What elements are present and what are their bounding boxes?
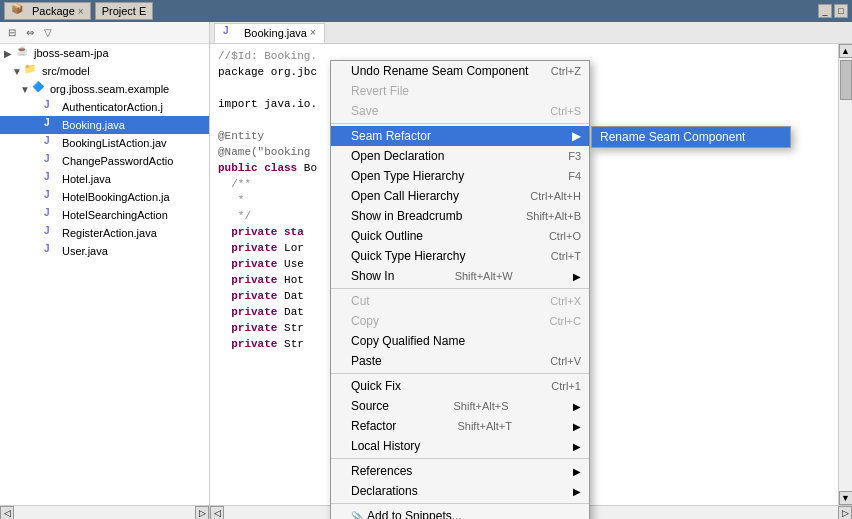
editor-tab-booking[interactable]: J Booking.java × xyxy=(214,23,325,43)
menu-item-open-type-hierarchy[interactable]: Open Type Hierarchy F4 xyxy=(331,166,589,186)
tree-arrow xyxy=(32,210,44,221)
vscroll-thumb[interactable] xyxy=(840,60,852,100)
tree-item-jboss[interactable]: ▶ ☕ jboss-seam-jpa xyxy=(0,44,209,62)
title-bar: 📦 Package × Project E _ □ xyxy=(0,0,852,22)
package-icon: 📦 xyxy=(11,3,27,19)
java-icon: J xyxy=(44,171,60,187)
menu-item-refactor[interactable]: Refactor Shift+Alt+T ▶ xyxy=(331,416,589,436)
tree-arrow xyxy=(32,156,44,167)
view-menu-button[interactable]: ▽ xyxy=(40,25,56,41)
tree-arrow: ▼ xyxy=(20,84,32,95)
package-tab-label: Package xyxy=(32,5,75,17)
submenu-arrow-icon: ▶ xyxy=(573,486,581,497)
java-icon: J xyxy=(44,207,60,223)
tree-arrow xyxy=(32,102,44,113)
java-icon: J xyxy=(44,135,60,151)
left-panel: ⊟ ⇔ ▽ ▶ ☕ jboss-seam-jpa ▼ 📁 src/model xyxy=(0,22,210,519)
submenu-arrow-icon: ▶ xyxy=(573,466,581,477)
tree-label: org.jboss.seam.example xyxy=(50,83,169,95)
snippets-icon: 📎 xyxy=(351,511,363,520)
package-icon: 🔷 xyxy=(32,81,48,97)
menu-item-label: Declarations xyxy=(351,484,418,498)
java-file-icon: J xyxy=(223,25,239,41)
menu-item-quick-outline[interactable]: Quick Outline Ctrl+O xyxy=(331,226,589,246)
tree-label: src/model xyxy=(42,65,90,77)
menu-item-label: Copy xyxy=(351,314,379,328)
submenu-arrow-icon: ▶ xyxy=(573,421,581,432)
tree-item-org[interactable]: ▼ 🔷 org.jboss.seam.example xyxy=(0,80,209,98)
project-tab-label: Project E xyxy=(102,5,147,17)
menu-item-shortcut: Ctrl+C xyxy=(550,315,581,327)
menu-item-show-breadcrumb[interactable]: Show in Breadcrumb Shift+Alt+B xyxy=(331,206,589,226)
tree-item-bookinglist[interactable]: J BookingListAction.jav xyxy=(0,134,209,152)
menu-item-declarations[interactable]: Declarations ▶ xyxy=(331,481,589,501)
vscroll-up-button[interactable]: ▲ xyxy=(839,44,853,58)
seam-refactor-submenu: Rename Seam Component xyxy=(591,126,791,148)
tree-label: BookingListAction.jav xyxy=(62,137,167,149)
tree-item-hotelsearch[interactable]: J HotelSearchingAction xyxy=(0,206,209,224)
tree-label: Booking.java xyxy=(62,119,125,131)
hscroll-left-button[interactable]: ◁ xyxy=(0,506,14,520)
hscroll-editor-left-button[interactable]: ◁ xyxy=(210,506,224,519)
menu-item-seam-refactor[interactable]: Seam Refactor ▶ Rename Seam Component xyxy=(331,126,589,146)
menu-item-shortcut: F4 xyxy=(568,170,581,182)
menu-item-label: Show in Breadcrumb xyxy=(351,209,462,223)
menu-item-open-declaration[interactable]: Open Declaration F3 xyxy=(331,146,589,166)
submenu-arrow-icon: ▶ xyxy=(572,129,581,143)
menu-item-shortcut: Shift+Alt+T xyxy=(457,420,511,432)
menu-item-paste[interactable]: Paste Ctrl+V xyxy=(331,351,589,371)
package-tab[interactable]: 📦 Package × xyxy=(4,2,91,20)
separator xyxy=(331,123,589,124)
hscroll-right-button[interactable]: ▷ xyxy=(195,506,209,520)
menu-item-show-in[interactable]: Show In Shift+Alt+W ▶ xyxy=(331,266,589,286)
tree-arrow xyxy=(32,174,44,185)
package-icon: ☕ xyxy=(16,45,32,61)
menu-item-quick-type-hierarchy[interactable]: Quick Type Hierarchy Ctrl+T xyxy=(331,246,589,266)
menu-item-label: Cut xyxy=(351,294,370,308)
tree-item-auth[interactable]: J AuthenticatorAction.j xyxy=(0,98,209,116)
minimize-button[interactable]: _ xyxy=(818,4,832,18)
separator xyxy=(331,373,589,374)
menu-item-label: Local History xyxy=(351,439,420,453)
vscroll-down-button[interactable]: ▼ xyxy=(839,491,853,505)
menu-item-label: Copy Qualified Name xyxy=(351,334,465,348)
java-icon: J xyxy=(44,225,60,241)
main-window: 📦 Package × Project E _ □ ⊟ ⇔ ▽ xyxy=(0,0,852,519)
tree-item-hotelbooking[interactable]: J HotelBookingAction.ja xyxy=(0,188,209,206)
tree-arrow xyxy=(32,228,44,239)
tree-item-hotel[interactable]: J Hotel.java xyxy=(0,170,209,188)
menu-item-shortcut: Ctrl+O xyxy=(549,230,581,242)
hscroll-editor-right-button[interactable]: ▷ xyxy=(838,506,852,519)
project-tab[interactable]: Project E xyxy=(95,2,154,20)
hscrollbar-left: ◁ ▷ xyxy=(0,505,209,519)
menu-item-open-call-hierarchy[interactable]: Open Call Hierarchy Ctrl+Alt+H xyxy=(331,186,589,206)
editor-tab-label: Booking.java xyxy=(244,27,307,39)
context-menu: Undo Rename Seam Component Ctrl+Z Revert… xyxy=(330,60,590,519)
menu-item-copy-qualified[interactable]: Copy Qualified Name xyxy=(331,331,589,351)
menu-item-source[interactable]: Source Shift+Alt+S ▶ xyxy=(331,396,589,416)
menu-item-label: References xyxy=(351,464,412,478)
collapse-all-button[interactable]: ⊟ xyxy=(4,25,20,41)
tree-item-register[interactable]: J RegisterAction.java xyxy=(0,224,209,242)
menu-item-label: Refactor xyxy=(351,419,396,433)
menu-item-quick-fix[interactable]: Quick Fix Ctrl+1 xyxy=(331,376,589,396)
tree-item-booking[interactable]: J Booking.java xyxy=(0,116,209,134)
package-tab-close[interactable]: × xyxy=(78,6,84,17)
menu-item-local-history[interactable]: Local History ▶ xyxy=(331,436,589,456)
menu-item-shortcut: Ctrl+S xyxy=(550,105,581,117)
tree-item-changepass[interactable]: J ChangePasswordActio xyxy=(0,152,209,170)
separator xyxy=(331,458,589,459)
maximize-button[interactable]: □ xyxy=(834,4,848,18)
menu-item-references[interactable]: References ▶ xyxy=(331,461,589,481)
menu-item-label: Add to Snippets... xyxy=(367,509,462,519)
menu-item-shortcut: Shift+Alt+B xyxy=(526,210,581,222)
menu-item-label: Quick Outline xyxy=(351,229,423,243)
editor-tab-close[interactable]: × xyxy=(310,27,316,38)
menu-item-undo-rename[interactable]: Undo Rename Seam Component Ctrl+Z xyxy=(331,61,589,81)
submenu-item-rename[interactable]: Rename Seam Component xyxy=(592,127,790,147)
menu-item-add-snippets[interactable]: 📎 Add to Snippets... xyxy=(331,506,589,519)
tree-item-src[interactable]: ▼ 📁 src/model xyxy=(0,62,209,80)
tree-item-user[interactable]: J User.java xyxy=(0,242,209,260)
link-with-editor-button[interactable]: ⇔ xyxy=(22,25,38,41)
vscrollbar-right: ▲ ▼ xyxy=(838,44,852,505)
